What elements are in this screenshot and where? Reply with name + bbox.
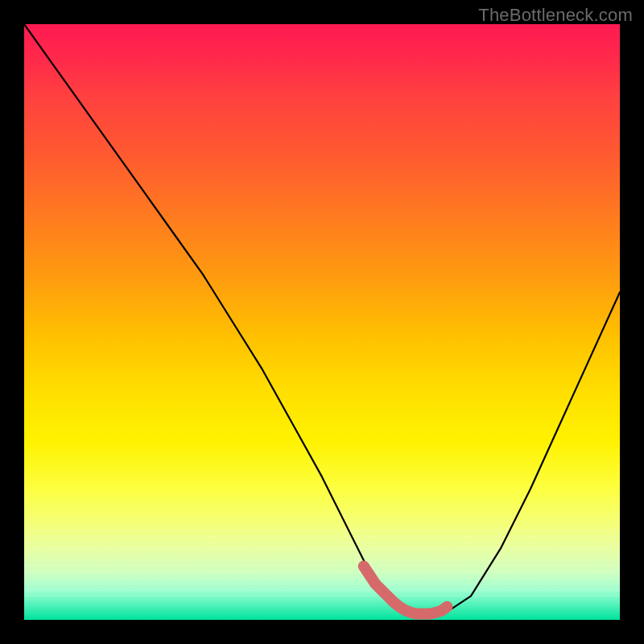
gradient-stripes <box>24 530 620 596</box>
plot-area <box>24 24 620 620</box>
bottleneck-curve <box>24 24 620 614</box>
watermark-text: TheBottleneck.com <box>478 5 633 26</box>
chart-frame: TheBottleneck.com <box>0 0 644 644</box>
curve-layer <box>24 24 620 620</box>
